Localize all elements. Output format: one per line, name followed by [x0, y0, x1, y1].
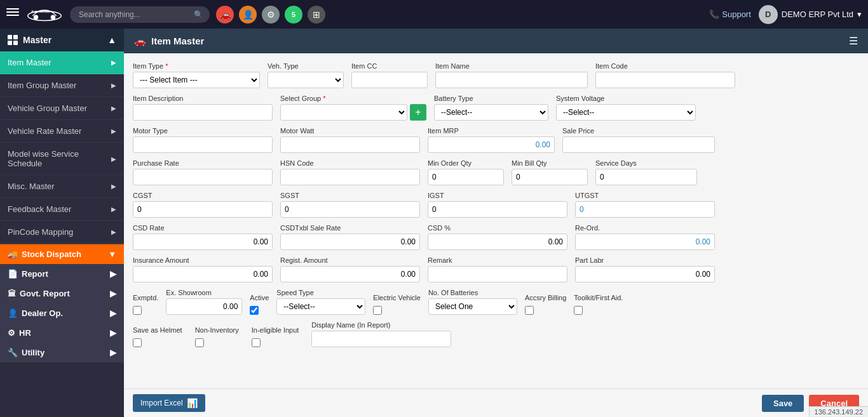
- sidebar-item-pincode-mapping[interactable]: PinCode Mapping ▶: [0, 221, 124, 244]
- csd-txbl-input[interactable]: [280, 234, 420, 250]
- accsry-billing-checkbox[interactable]: [525, 306, 534, 315]
- part-labr-field: Part Labr: [575, 256, 715, 282]
- search-icon: 🔍: [194, 10, 203, 19]
- item-mrp-label: Item MRP: [428, 127, 555, 135]
- csd-txbl-field: CSDTxbl Sale Rate: [280, 224, 420, 250]
- service-days-input[interactable]: [595, 169, 697, 185]
- system-voltage-select[interactable]: --Select-- 12V 24V 48V 72V: [556, 104, 696, 121]
- sidebar-section-report[interactable]: 📄 Report ▶: [0, 264, 124, 284]
- hsn-code-field: HSN Code: [280, 159, 420, 185]
- user-label: DEMO ERP Pvt Ltd: [782, 10, 853, 19]
- item-description-input[interactable]: [133, 104, 273, 121]
- sidebar-section-stock-dispatch[interactable]: 🚚 Stock Dispatch ▼: [0, 244, 124, 264]
- sale-price-input[interactable]: [562, 136, 715, 153]
- car-nav-icon[interactable]: 🚗: [216, 6, 234, 23]
- grid-nav-icon[interactable]: ⊞: [308, 6, 325, 23]
- re-ord-field: Re-Ord.: [575, 224, 715, 250]
- in-eligible-input-checkbox[interactable]: [252, 338, 261, 347]
- part-labr-label: Part Labr: [575, 256, 715, 264]
- item-name-input[interactable]: [435, 72, 588, 88]
- exmptd-label: Exmptd.: [133, 294, 158, 301]
- select-group-select[interactable]: [280, 104, 407, 121]
- igst-input[interactable]: [428, 201, 567, 218]
- no-of-batteries-select[interactable]: Select One 1 2 3 4: [428, 298, 517, 315]
- navbar-icons: 🚗 👤 ⚙ 5 ⊞: [216, 6, 325, 23]
- truck-icon: 🚚: [8, 249, 18, 259]
- electric-vehicle-checkbox[interactable]: [373, 306, 382, 315]
- save-as-helmet-checkbox[interactable]: [133, 338, 142, 347]
- sidebar-item-misc-master[interactable]: Misc. Master ▶: [0, 175, 124, 198]
- settings-nav-icon[interactable]: ⚙: [262, 6, 280, 23]
- add-group-button[interactable]: +: [410, 104, 426, 121]
- non-inventory-checkbox[interactable]: [195, 338, 204, 347]
- save-button[interactable]: Save: [762, 395, 804, 412]
- in-eligible-input-label: In-eligible Input: [252, 326, 299, 334]
- electric-vehicle-label: Electric Vehicle: [373, 294, 421, 301]
- min-order-qty-input[interactable]: [428, 169, 504, 185]
- hsn-code-input[interactable]: [280, 169, 420, 185]
- sidebar-item-vehicle-rate-master[interactable]: Vehicle Rate Master ▶: [0, 120, 124, 143]
- toolkit-checkbox[interactable]: [574, 306, 583, 315]
- navbar-right: 📞 Support D DEMO ERP Pvt Ltd ▾: [709, 5, 862, 24]
- item-cc-input[interactable]: [351, 72, 428, 88]
- re-ord-input[interactable]: [575, 234, 715, 250]
- purchase-rate-input[interactable]: [133, 169, 273, 185]
- sidebar-section-govt-report[interactable]: 🏛 Govt. Report ▶: [0, 284, 124, 303]
- section-label: Stock Dispatch: [22, 249, 81, 259]
- chevron-right-icon: ▶: [111, 128, 116, 135]
- exmptd-checkbox[interactable]: [133, 306, 142, 315]
- sidebar-item-model-wise-service-schedule[interactable]: Model wise Service Schedule ▶: [0, 143, 124, 175]
- insurance-amount-input[interactable]: [133, 266, 273, 282]
- speed-type-select[interactable]: --Select-- Low Speed High Speed: [276, 298, 365, 315]
- ex-showroom-input[interactable]: [166, 298, 242, 315]
- section-label: Utility: [22, 348, 44, 357]
- veh-type-select[interactable]: [268, 72, 344, 88]
- active-checkbox[interactable]: [250, 306, 259, 315]
- chevron-right-icon: ▶: [111, 206, 116, 213]
- sidebar-collapse-icon[interactable]: ▲: [107, 35, 116, 45]
- display-name-field: Display Name (In Report): [311, 321, 451, 347]
- user-menu-button[interactable]: D DEMO ERP Pvt Ltd ▾: [759, 5, 862, 24]
- remark-input[interactable]: [428, 266, 567, 282]
- csd-percent-input[interactable]: [428, 234, 567, 250]
- item-type-select[interactable]: --- Select Item --- Spare Part Accessory…: [133, 72, 260, 88]
- accsry-billing-label: Accsry Billing: [525, 294, 566, 301]
- people-nav-icon[interactable]: 👤: [239, 6, 257, 23]
- regist-amount-input[interactable]: [280, 266, 420, 282]
- sidebar-item-vehicle-group-master[interactable]: Vehicle Group Master ▶: [0, 97, 124, 120]
- display-name-input[interactable]: [311, 331, 451, 347]
- sgst-input[interactable]: [280, 201, 420, 218]
- sidebar-section-utility[interactable]: 🔧 Utility ▶: [0, 343, 124, 362]
- menu-hamburger-icon[interactable]: [6, 8, 19, 21]
- user-avatar: D: [759, 5, 778, 24]
- cgst-input[interactable]: [133, 201, 273, 218]
- form-row-2: Item Description Select Group * +: [133, 95, 859, 121]
- import-excel-button[interactable]: Import Excel 📊: [133, 394, 205, 412]
- min-bill-qty-input[interactable]: [512, 169, 588, 185]
- page-header: 🚗 Item Master ☰: [124, 29, 868, 53]
- list-view-button[interactable]: ☰: [849, 35, 858, 47]
- utility-icon: 🔧: [8, 348, 18, 357]
- item-code-input[interactable]: [595, 72, 735, 88]
- sidebar-section-hr[interactable]: ⚙ HR ▶: [0, 323, 124, 343]
- section-label: Report: [22, 269, 48, 279]
- part-labr-input[interactable]: [575, 266, 715, 282]
- app-logo: AutoGenius: [25, 5, 64, 24]
- battery-type-select[interactable]: --Select-- Lead Acid Li-ion: [434, 104, 548, 121]
- car-page-icon: 🚗: [134, 36, 146, 47]
- motor-watt-input[interactable]: [280, 136, 420, 153]
- search-input[interactable]: [70, 6, 210, 23]
- motor-type-input[interactable]: [133, 136, 273, 153]
- sidebar-item-item-master[interactable]: Item Master ▶: [0, 51, 124, 74]
- phone-icon: 📞: [709, 10, 719, 19]
- support-button[interactable]: 📞 Support: [709, 10, 751, 19]
- alert-nav-icon[interactable]: 5: [285, 6, 302, 23]
- item-mrp-input[interactable]: [428, 136, 555, 153]
- utgst-input[interactable]: [575, 201, 715, 218]
- csd-rate-input[interactable]: [133, 234, 273, 250]
- sidebar-section-dealer-op[interactable]: 👤 Dealer Op. ▶: [0, 303, 124, 323]
- select-group-container: +: [280, 104, 426, 121]
- sidebar-item-item-group-master[interactable]: Item Group Master ▶: [0, 74, 124, 97]
- motor-type-field: Motor Type: [133, 127, 273, 153]
- sidebar-item-feedback-master[interactable]: Feedback Master ▶: [0, 198, 124, 221]
